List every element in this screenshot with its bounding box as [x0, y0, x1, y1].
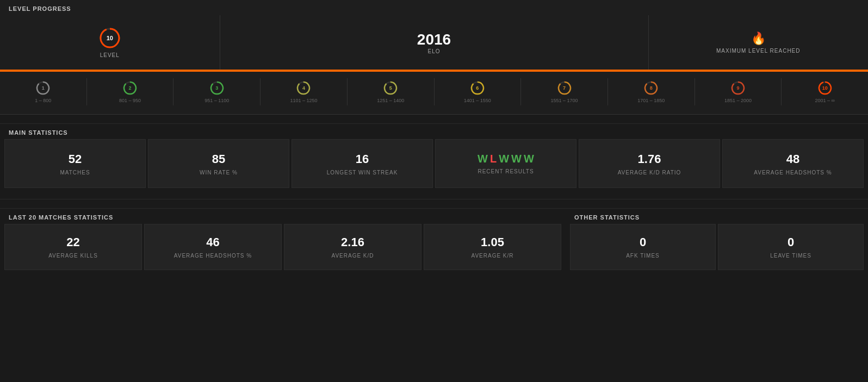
scale-range-8: 1701 – 1850 — [637, 98, 665, 103]
fire-icon: 🔥 — [751, 32, 766, 46]
scale-badge-4: 4 — [296, 80, 311, 96]
other-stat-card-1: 0 LEAVE TIMES — [718, 224, 864, 270]
level-number: 10 — [107, 35, 113, 41]
scale-badge-10: 10 — [817, 80, 833, 96]
last20-stat-label-0: AVERAGE KILLS — [48, 253, 98, 259]
bottom-section: LAST 20 MATCHES STATISTICS 22 AVERAGE KI… — [0, 199, 868, 281]
stat-value-1: 85 — [212, 152, 225, 166]
scale-range-3: 951 – 1100 — [204, 98, 229, 103]
scale-badge-6: 6 — [470, 80, 485, 96]
other-stat-label-0: AFK TIMES — [626, 253, 660, 259]
scale-num-3: 3 — [215, 85, 218, 91]
scale-range-10: 2001 – ∞ — [815, 98, 834, 103]
result-l: L — [490, 153, 497, 165]
last20-stat-card-1: 46 AVERAGE HEADSHOTS % — [144, 224, 282, 270]
scale-num-8: 8 — [650, 85, 653, 91]
scale-num-5: 5 — [389, 85, 392, 91]
result-w: W — [511, 153, 522, 165]
level-scale: 1 1 – 800 2 801 – 950 3 951 – 1100 — [0, 72, 868, 114]
level-progress-title: LEVEL PROGRESS — [0, 0, 868, 15]
stat-label-2: LONGEST WIN STREAK — [327, 170, 398, 176]
other-stats-title: OTHER STATISTICS — [566, 209, 868, 224]
stat-value-5: 48 — [786, 152, 799, 166]
recent-results-label: RECENT RESULTS — [478, 168, 534, 174]
scale-item-6: 6 1401 – 1550 — [435, 78, 522, 105]
other-stats-section: OTHER STATISTICS 0 AFK TIMES 0 LEAVE TIM… — [566, 199, 868, 270]
scale-badge-7: 7 — [557, 80, 572, 96]
scale-badge-3: 3 — [209, 80, 225, 96]
last20-stat-value-0: 22 — [66, 235, 79, 249]
stat-value-0: 52 — [69, 152, 82, 166]
main-stats-section: MAIN STATISTICS 52 MATCHES 85 WIN RATE %… — [0, 123, 868, 199]
level-progress-section: LEVEL PROGRESS 10 LEVEL 2016 ELO 🔥 MAXIM… — [0, 0, 868, 115]
last20-stat-value-3: 1.05 — [481, 235, 504, 249]
main-stat-card-3: W L W W W RECENT RESULTS — [435, 139, 576, 188]
last20-stat-card-2: 2.16 AVERAGE K/D — [284, 224, 421, 270]
result-w: W — [499, 153, 509, 165]
main-stat-card-4: 1.76 AVERAGE K/D RATIO — [579, 139, 720, 188]
scale-badge-2: 2 — [122, 80, 138, 96]
scale-range-5: 1251 – 1400 — [377, 98, 404, 103]
stat-label-5: AVERAGE HEADSHOTS % — [754, 170, 832, 176]
stat-value-2: 16 — [356, 152, 369, 166]
elo-label: ELO — [427, 48, 440, 54]
last20-stat-value-1: 46 — [206, 235, 219, 249]
main-stat-card-0: 52 MATCHES — [4, 139, 146, 188]
stat-value-4: 1.76 — [638, 152, 661, 166]
main-stats-title: MAIN STATISTICS — [0, 124, 868, 139]
elo-card: 2016 ELO — [220, 15, 649, 70]
scale-range-6: 1401 – 1550 — [464, 98, 491, 103]
last20-section: LAST 20 MATCHES STATISTICS 22 AVERAGE KI… — [0, 199, 566, 270]
result-w: W — [478, 153, 488, 165]
stat-label-4: AVERAGE K/D RATIO — [618, 170, 681, 176]
scale-range-1: 1 – 800 — [35, 98, 51, 103]
scale-item-7: 7 1551 – 1700 — [521, 78, 608, 105]
stat-label-1: WIN RATE % — [200, 170, 238, 176]
progress-bar-container — [0, 70, 868, 72]
last20-stat-value-2: 2.16 — [341, 235, 364, 249]
last20-stat-label-3: AVERAGE K/R — [471, 253, 513, 259]
other-stat-label-1: LEAVE TIMES — [770, 253, 811, 259]
scale-num-9: 9 — [736, 85, 739, 91]
last20-stat-card-3: 1.05 AVERAGE K/R — [424, 224, 561, 270]
scale-item-9: 9 1851 – 2000 — [695, 78, 782, 105]
main-stat-card-2: 16 LONGEST WIN STREAK — [292, 139, 433, 188]
last20-title: LAST 20 MATCHES STATISTICS — [0, 209, 566, 224]
result-w: W — [524, 153, 534, 165]
max-level-text: MAXIMUM LEVEL REACHED — [716, 48, 801, 54]
other-stat-value-1: 0 — [788, 235, 794, 249]
scale-num-4: 4 — [302, 85, 305, 91]
scale-item-1: 1 1 – 800 — [0, 78, 87, 105]
last20-stat-card-0: 22 AVERAGE KILLS — [4, 224, 142, 270]
scale-item-5: 5 1251 – 1400 — [348, 78, 435, 105]
level-card: 10 LEVEL — [0, 15, 220, 70]
level-badge: 10 — [99, 27, 121, 49]
level-label: LEVEL — [100, 52, 120, 58]
scale-num-10: 10 — [822, 85, 828, 91]
scale-item-8: 8 1701 – 1850 — [608, 78, 695, 105]
scale-num-6: 6 — [476, 85, 479, 91]
scale-badge-9: 9 — [730, 80, 746, 96]
last20-stat-label-1: AVERAGE HEADSHOTS % — [174, 253, 252, 259]
scale-item-2: 2 801 – 950 — [87, 78, 174, 105]
progress-bar-fill — [0, 70, 868, 72]
main-stat-card-5: 48 AVERAGE HEADSHOTS % — [722, 139, 864, 188]
scale-num-7: 7 — [563, 85, 566, 91]
main-stats-row: 52 MATCHES 85 WIN RATE % 16 LONGEST WIN … — [0, 139, 868, 188]
scale-range-4: 1101 – 1250 — [290, 98, 317, 103]
max-level-card: 🔥 MAXIMUM LEVEL REACHED — [649, 15, 869, 70]
main-stat-card-1: 85 WIN RATE % — [148, 139, 289, 188]
other-stats-row: 0 AFK TIMES 0 LEAVE TIMES — [566, 224, 868, 270]
stat-label-0: MATCHES — [60, 170, 90, 176]
other-stat-value-0: 0 — [640, 235, 646, 249]
scale-badge-5: 5 — [383, 80, 398, 96]
scale-range-9: 1851 – 2000 — [724, 98, 752, 103]
other-stat-card-0: 0 AFK TIMES — [570, 224, 716, 270]
level-top-row: 10 LEVEL 2016 ELO 🔥 MAXIMUM LEVEL REACHE… — [0, 15, 868, 70]
scale-item-3: 3 951 – 1100 — [173, 78, 261, 105]
recent-results: W L W W W — [478, 153, 534, 165]
scale-item-10: 10 2001 – ∞ — [782, 78, 868, 105]
scale-range-7: 1551 – 1700 — [551, 98, 578, 103]
scale-item-4: 4 1101 – 1250 — [261, 78, 348, 105]
last20-stat-label-2: AVERAGE K/D — [331, 253, 374, 259]
